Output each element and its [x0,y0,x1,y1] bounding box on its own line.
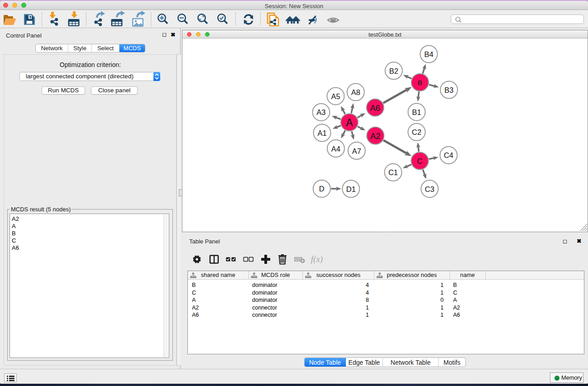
svg-text:A: A [346,117,353,129]
svg-text:A3: A3 [316,108,325,116]
svg-text:A5: A5 [331,92,340,100]
svg-text:A4: A4 [331,145,340,153]
svg-text:B2: B2 [389,67,398,75]
svg-text:D1: D1 [346,185,356,193]
svg-text:C4: C4 [444,151,453,159]
svg-text:B4: B4 [424,50,433,58]
svg-text:B1: B1 [412,108,421,116]
svg-text:B: B [418,79,422,86]
svg-text:C2: C2 [412,128,421,136]
svg-text:A7: A7 [352,147,361,155]
svg-text:A2: A2 [370,131,381,141]
svg-text:D: D [319,185,325,193]
svg-text:C1: C1 [388,168,398,176]
svg-text:C: C [417,157,422,166]
svg-text:A6: A6 [370,103,380,113]
svg-text:A8: A8 [351,88,360,96]
svg-text:C3: C3 [425,185,435,193]
svg-text:f(x): f(x) [311,254,323,264]
svg-text:B3: B3 [445,86,454,94]
svg-text:A1: A1 [317,129,326,137]
